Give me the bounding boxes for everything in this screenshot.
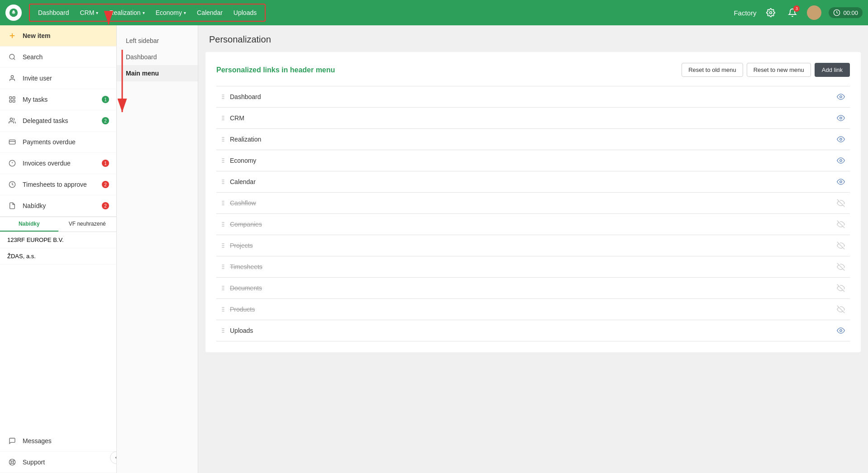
menu-row: CRM: [216, 108, 850, 129]
visibility-toggle-icon[interactable]: [832, 178, 850, 186]
sidebar-item-invoices-overdue[interactable]: Invoices overdue 1: [0, 153, 116, 174]
drag-handle[interactable]: [216, 199, 230, 207]
drag-handle[interactable]: [216, 284, 230, 292]
menu-item-label: Calendar: [230, 178, 832, 185]
app-logo[interactable]: [5, 5, 22, 21]
drag-handle[interactable]: [216, 327, 230, 334]
sub-sidebar-left-sidebar[interactable]: Left sidebar: [117, 33, 198, 49]
content-area: Personalized links in header menu Reset …: [205, 52, 861, 352]
menu-item-label: CRM: [230, 114, 832, 122]
tab-nabidky[interactable]: Nabídky: [0, 217, 58, 232]
timesheets-badge: 2: [102, 181, 109, 188]
notifications-icon-btn[interactable]: 3: [785, 5, 800, 20]
menu-item-label: Projects: [230, 242, 832, 249]
nav-dashboard[interactable]: Dashboard: [33, 6, 74, 19]
sidebar-item-my-tasks[interactable]: My tasks 1: [0, 89, 116, 110]
svg-rect-13: [13, 100, 15, 102]
sidebar-item-payments-overdue[interactable]: Payments overdue: [0, 132, 116, 153]
sub-sidebar-main-menu[interactable]: Main menu: [117, 65, 198, 81]
visibility-toggle-icon[interactable]: [832, 220, 850, 228]
visibility-toggle-icon[interactable]: [832, 326, 850, 335]
visibility-toggle-icon[interactable]: [832, 199, 850, 207]
nav-uploads[interactable]: Uploads: [229, 6, 261, 19]
sidebar-item-invite-user[interactable]: Invite user: [0, 68, 116, 89]
tasks-icon: [7, 95, 17, 104]
nav-right: Factory 3 00:00: [734, 5, 863, 20]
menu-row: Economy: [216, 150, 850, 171]
page-title: Personalization: [209, 34, 271, 44]
svg-point-22: [11, 461, 13, 463]
menu-row: Realization: [216, 129, 850, 150]
sidebar-item-new-label: New item: [23, 32, 50, 39]
drag-handle[interactable]: [216, 242, 230, 249]
sidebar-item-search[interactable]: Search: [0, 47, 116, 68]
plus-icon: [7, 31, 17, 41]
drag-handle[interactable]: [216, 114, 230, 122]
visibility-toggle-icon[interactable]: [832, 241, 850, 250]
menu-row: Projects: [216, 235, 850, 256]
drag-handle[interactable]: [216, 263, 230, 270]
drag-handle[interactable]: [216, 221, 230, 228]
sidebar-list-item-123rf[interactable]: 123RF EUROPE B.V.: [0, 232, 116, 248]
svg-line-8: [14, 58, 15, 60]
drag-handle[interactable]: [216, 136, 230, 143]
visibility-toggle-icon[interactable]: [832, 156, 850, 165]
sidebar-item-new-item[interactable]: New item: [0, 25, 116, 47]
menu-items-list: DashboardCRMRealizationEconomyCalendarCa…: [216, 86, 850, 341]
sidebar-timesheets-label: Timesheets to approve: [23, 181, 87, 188]
sidebar-item-nabidky[interactable]: Nabídky 2: [0, 195, 116, 217]
svg-point-1: [13, 10, 15, 13]
svg-line-27: [10, 463, 11, 464]
nav-realization[interactable]: Realization ▾: [105, 6, 149, 19]
avatar[interactable]: [807, 5, 821, 20]
header-btn-group: Reset to old menu Reset to new menu Add …: [682, 63, 850, 77]
nav-crm[interactable]: CRM ▾: [76, 6, 103, 19]
clock-badge: 00:00: [829, 7, 863, 18]
nav-economy[interactable]: Economy ▾: [151, 6, 191, 19]
menu-item-label: Uploads: [230, 327, 832, 334]
drag-handle[interactable]: [216, 93, 230, 100]
delegated-badge: 2: [102, 117, 109, 124]
svg-point-75: [840, 330, 842, 332]
content-header: Personalized links in header menu Reset …: [216, 63, 850, 77]
visibility-toggle-icon[interactable]: [832, 135, 850, 143]
menu-item-label: Companies: [230, 221, 832, 228]
sidebar-item-delegated-tasks[interactable]: Delegated tasks 2: [0, 110, 116, 132]
svg-point-47: [840, 181, 842, 183]
tab-vf-neuhrazene[interactable]: VF neuhrazené: [58, 217, 117, 232]
menu-item-label: Realization: [230, 136, 832, 143]
svg-point-14: [10, 118, 12, 120]
drag-handle[interactable]: [216, 157, 230, 164]
reset-new-menu-button[interactable]: Reset to new menu: [747, 63, 811, 77]
add-link-button[interactable]: Add link: [815, 63, 850, 77]
svg-point-9: [11, 76, 13, 78]
sub-sidebar-dashboard[interactable]: Dashboard: [117, 49, 198, 65]
menu-row: Timesheets: [216, 256, 850, 278]
visibility-toggle-icon[interactable]: [832, 93, 850, 101]
svg-rect-12: [10, 100, 12, 102]
sidebar-payments-label: Payments overdue: [23, 138, 76, 146]
svg-rect-11: [13, 97, 15, 99]
sidebar-list-item-zdas[interactable]: ŽDAS, a.s.: [0, 248, 116, 265]
sidebar-item-support[interactable]: Support: [0, 452, 116, 473]
menu-row: Companies: [216, 214, 850, 235]
settings-icon-btn[interactable]: [763, 5, 778, 20]
sidebar-item-messages[interactable]: Messages: [0, 430, 116, 452]
visibility-toggle-icon[interactable]: [832, 114, 850, 122]
visibility-toggle-icon[interactable]: [832, 284, 850, 292]
payments-icon: [7, 137, 17, 147]
drag-handle[interactable]: [216, 178, 230, 185]
support-icon: [7, 457, 17, 467]
content-title: Personalized links in header menu: [216, 66, 335, 74]
menu-row: Uploads: [216, 320, 850, 341]
page-header: Personalization: [198, 25, 868, 52]
visibility-toggle-icon[interactable]: [832, 263, 850, 271]
reset-old-menu-button[interactable]: Reset to old menu: [682, 63, 743, 77]
sidebar-item-timesheets-approve[interactable]: Timesheets to approve 2: [0, 174, 116, 195]
invoices-badge: 1: [102, 160, 109, 167]
nav-calendar[interactable]: Calendar: [192, 6, 227, 19]
notifications-badge: 3: [793, 5, 800, 12]
drag-handle[interactable]: [216, 306, 230, 313]
visibility-toggle-icon[interactable]: [832, 305, 850, 313]
svg-line-26: [13, 460, 14, 461]
